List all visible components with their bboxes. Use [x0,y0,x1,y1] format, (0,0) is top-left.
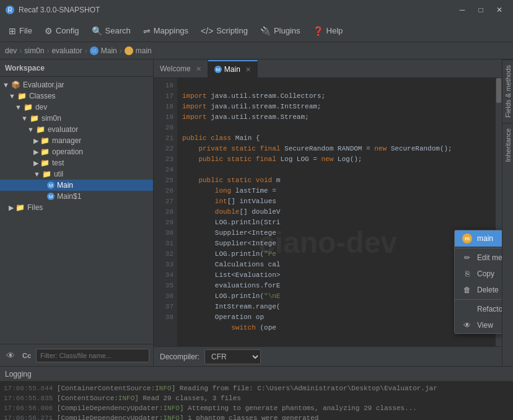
main-layout: Workspace ▼ 📦 Evaluator.jar ▼ 📁 Classes … [0,59,513,366]
tree-item-files[interactable]: ▶ 📁 Files [0,202,153,213]
sidebar: Workspace ▼ 📦 Evaluator.jar ▼ 📁 Classes … [0,59,154,366]
ctx-copy[interactable]: ⎘ Copy [455,266,502,282]
tree-item-main[interactable]: M Main [0,180,153,191]
line-numbers: 16171819 20212223 24252627 28293031 3233… [154,78,177,346]
crumb-evaluator[interactable]: evaluator [51,46,82,55]
tab-welcome-label: Welcome [160,64,191,73]
minimize-button[interactable]: ─ [454,3,471,17]
log-line-1: 17:06:55.644 [ContainerContentSource:INF… [4,383,509,393]
logging-content: 17:06:55.644 [ContainerContentSource:INF… [0,382,513,420]
search-icon: 🔍 [92,26,102,36]
ctx-refactor[interactable]: Refactor ▶ [455,301,502,317]
code-content[interactable]: import java.util.stream.Collectors; impo… [177,78,496,346]
config-icon: ⚙ [45,26,53,36]
menu-help[interactable]: ❓ Help [307,24,349,38]
logging-header: Logging [0,367,513,382]
eye-button[interactable]: 👁 [4,349,17,362]
tab-main-icon: M [214,66,222,73]
ctx-delete-label: Delete [477,286,499,294]
app-title: Recaf 3.0.0-SNAPSHOT [19,6,454,14]
crumb-sim0n[interactable]: sim0n [24,46,44,55]
tree-item-classes[interactable]: ▼ 📁 Classes [0,90,153,102]
menu-scripting[interactable]: </> Scripting [195,24,254,38]
crumb-main-method-icon: m [125,46,133,55]
tree-item-sim0n[interactable]: ▼ 📁 sim0n [0,113,153,124]
tab-main-label: Main [224,65,240,74]
ctx-edit-method[interactable]: ✏ Edit method [455,250,502,266]
dev-expand-icon: ▼ [15,103,22,111]
decompiler-label: Decompiler: [160,352,200,361]
right-tab-fields[interactable]: Fields & methods [502,59,513,123]
ctx-sep1 [455,248,502,248]
tree-item-manager[interactable]: ▶ 📁 manager [0,135,153,146]
tree-item-evaluator[interactable]: ▼ 📁 evaluator [0,124,153,135]
ctx-method-name[interactable]: m main [455,230,502,247]
tree-item-dev[interactable]: ▼ 📁 dev [0,102,153,113]
tree-item-evaluatorjar[interactable]: ▼ 📦 Evaluator.jar [0,79,153,90]
scripting-icon: </> [201,26,213,36]
sep4: › [120,46,122,55]
delete-icon: 🗑 [462,285,472,295]
menu-help-label: Help [327,26,343,35]
tree-item-operation[interactable]: ▶ 📁 operation [0,146,153,157]
mappings-icon: ⇌ [143,26,151,36]
crumb-main[interactable]: Main [101,46,117,55]
close-button[interactable]: ✕ [491,3,508,17]
ctx-refactor-label: Refactor [477,305,502,313]
main-wrapper: Workspace ▼ 📦 Evaluator.jar ▼ 📁 Classes … [0,59,513,420]
crumb-main-method[interactable]: main [136,46,152,55]
editor-container: 16171819 20212223 24252627 28293031 3233… [154,78,502,346]
tab-welcome[interactable]: Welcome ✕ [154,60,208,77]
plugins-icon: 🔌 [260,26,271,36]
right-tab-inheritance[interactable]: Inheritance [502,123,513,167]
menu-search[interactable]: 🔍 Search [86,24,137,38]
sidebar-title: Workspace [5,64,45,72]
context-menu: m main ✏ Edit method ⎘ Copy 🗑 Delete [454,230,502,334]
menu-bar: ⊞ File ⚙ Config 🔍 Search ⇌ Mappings </> … [0,20,513,42]
tab-main-close[interactable]: ✕ [245,66,251,74]
tab-main[interactable]: M Main ✕ [208,60,258,77]
edit-icon: ✏ [462,253,472,263]
tab-bar: Welcome ✕ M Main ✕ [154,59,502,78]
decompiler-bar: Decompiler: CFR Procyon Fernflower [154,346,502,366]
menu-mappings[interactable]: ⇌ Mappings [137,24,195,38]
menu-scripting-label: Scripting [216,26,248,35]
evaluator-expand-icon: ▼ [27,126,34,133]
decompiler-select[interactable]: CFR Procyon Fernflower [204,349,261,364]
case-button[interactable]: Cc [20,349,33,362]
ctx-copy-label: Copy [477,269,494,278]
copy-icon: ⎘ [462,269,472,279]
svg-text:R: R [7,7,12,14]
window-controls: ─ □ ✕ [454,3,508,17]
tree-item-test[interactable]: ▶ 📁 test [0,157,153,168]
jar-expand-icon: ▼ [2,81,9,89]
sidebar-header: Workspace [0,59,153,77]
help-icon: ❓ [313,26,323,36]
ctx-delete[interactable]: 🗑 Delete [455,282,502,298]
ctx-view[interactable]: 👁 View ▶ [455,317,502,333]
tab-welcome-close[interactable]: ✕ [196,65,201,73]
sidebar-content: ▼ 📦 Evaluator.jar ▼ 📁 Classes ▼ 📁 dev ▼ … [0,77,153,344]
menu-plugins[interactable]: 🔌 Plugins [254,24,307,38]
ctx-view-label: View [477,321,493,330]
breadcrumb: dev › sim0n › evaluator › M Main › m mai… [0,42,513,59]
operation-expand-icon: ▶ [33,148,38,156]
menu-mappings-label: Mappings [154,26,188,35]
crumb-dev[interactable]: dev [5,46,17,55]
sim0n-expand-icon: ▼ [21,115,28,122]
test-expand-icon: ▶ [33,159,38,167]
menu-file[interactable]: ⊞ File [2,24,38,38]
crumb-main-icon: M [90,46,99,55]
ctx-edit-label: Edit method [477,253,502,262]
tree-item-main1[interactable]: M Main$1 [0,191,153,202]
refactor-icon [462,304,472,314]
util-expand-icon: ▼ [33,170,40,178]
scrollbar-thumb[interactable] [496,78,501,103]
tree-item-util[interactable]: ▼ 📁 util [0,168,153,180]
maximize-button[interactable]: □ [472,3,489,17]
filter-input[interactable] [36,349,149,362]
menu-config[interactable]: ⚙ Config [38,24,86,38]
content-panel: Welcome ✕ M Main ✕ 16171819 20212223 242… [154,59,502,366]
classes-expand-icon: ▼ [9,92,15,100]
method-icon: m [462,234,472,243]
